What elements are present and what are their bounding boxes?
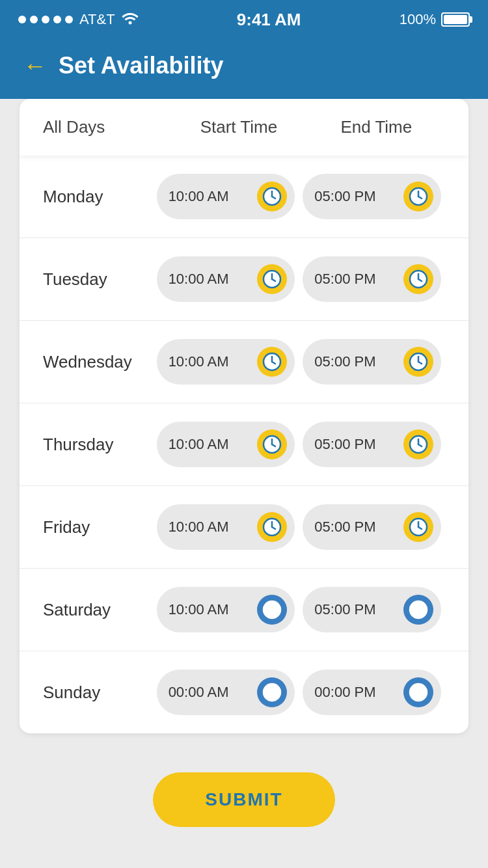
end-time-picker[interactable]: 05:00 PM bbox=[303, 174, 441, 219]
day-row: Sunday 00:00 AM 00:00 PM bbox=[20, 651, 468, 733]
end-clock-icon bbox=[403, 512, 433, 542]
end-time-value: 05:00 PM bbox=[314, 519, 397, 536]
end-time-value: 05:00 PM bbox=[314, 188, 397, 205]
day-row: Tuesday 10:00 AM 05:00 PM bbox=[20, 238, 468, 321]
carrier-label: AT&T bbox=[79, 11, 115, 28]
start-time-value: 10:00 AM bbox=[169, 353, 251, 370]
day-name: Tuesday bbox=[43, 269, 153, 290]
status-bar: AT&T 9:41 AM 100% bbox=[0, 0, 488, 39]
start-time-value: 10:00 AM bbox=[169, 519, 251, 536]
start-time-picker[interactable]: 10:00 AM bbox=[157, 422, 295, 467]
start-clock-icon bbox=[257, 182, 287, 211]
end-time-value: 05:00 PM bbox=[314, 436, 397, 453]
signal-dots bbox=[18, 16, 73, 23]
end-time-value: 00:00 PM bbox=[314, 684, 397, 701]
start-time-value: 10:00 AM bbox=[169, 436, 251, 453]
day-row: Saturday 10:00 AM 05:00 PM bbox=[20, 569, 468, 651]
col-header-start: Start Time bbox=[170, 117, 307, 137]
start-clock-icon bbox=[257, 429, 287, 459]
end-time-value: 05:00 PM bbox=[314, 353, 397, 370]
battery-fill bbox=[444, 15, 467, 24]
start-clock-icon bbox=[257, 264, 287, 294]
submit-section: SUBMIT bbox=[0, 733, 488, 853]
page-header: ← Set Availability bbox=[0, 39, 488, 99]
end-time-picker[interactable]: 05:00 PM bbox=[303, 504, 441, 550]
start-time-picker[interactable]: 10:00 AM bbox=[157, 174, 295, 219]
end-time-picker[interactable]: 05:00 PM bbox=[303, 256, 441, 302]
end-time-picker[interactable]: 05:00 PM bbox=[303, 422, 441, 467]
end-clock-icon bbox=[403, 677, 433, 707]
start-time-picker[interactable]: 10:00 AM bbox=[157, 587, 295, 632]
main-content: All Days Start Time End Time Monday 10:0… bbox=[0, 99, 488, 868]
day-row: Wednesday 10:00 AM 05:00 PM bbox=[20, 321, 468, 403]
end-time-picker[interactable]: 05:00 PM bbox=[303, 587, 441, 632]
signal-dot-4 bbox=[53, 16, 61, 23]
day-name: Wednesday bbox=[43, 352, 153, 372]
status-left: AT&T bbox=[18, 10, 139, 29]
status-time: 9:41 AM bbox=[237, 10, 301, 30]
start-clock-icon bbox=[257, 595, 287, 625]
day-row: Monday 10:00 AM 05:00 PM bbox=[20, 156, 468, 238]
end-time-value: 05:00 PM bbox=[314, 601, 397, 618]
submit-button[interactable]: SUBMIT bbox=[153, 772, 334, 827]
start-time-picker[interactable]: 10:00 AM bbox=[157, 256, 295, 302]
day-name: Saturday bbox=[43, 600, 153, 620]
end-time-value: 05:00 PM bbox=[314, 271, 397, 288]
battery-bar bbox=[441, 12, 470, 27]
start-time-value: 10:00 AM bbox=[169, 271, 251, 288]
start-clock-icon bbox=[257, 512, 287, 542]
back-button[interactable]: ← bbox=[23, 52, 47, 79]
start-time-value: 00:00 AM bbox=[169, 684, 251, 701]
wifi-icon bbox=[122, 10, 139, 29]
start-time-picker[interactable]: 10:00 AM bbox=[157, 504, 295, 550]
col-header-end: End Time bbox=[308, 117, 445, 137]
day-name: Sunday bbox=[43, 683, 153, 703]
start-clock-icon bbox=[257, 347, 287, 377]
signal-dot-1 bbox=[18, 16, 26, 23]
battery-icon bbox=[441, 12, 470, 27]
end-time-picker[interactable]: 05:00 PM bbox=[303, 339, 441, 385]
start-time-value: 10:00 AM bbox=[169, 188, 251, 205]
end-clock-icon bbox=[403, 595, 433, 625]
day-name: Thursday bbox=[43, 435, 153, 455]
start-clock-icon bbox=[257, 677, 287, 707]
signal-dot-5 bbox=[65, 16, 73, 23]
signal-dot-2 bbox=[30, 16, 38, 23]
day-name: Monday bbox=[43, 187, 153, 207]
end-clock-icon bbox=[403, 347, 433, 377]
page-title: Set Availability bbox=[59, 52, 223, 79]
end-clock-icon bbox=[403, 264, 433, 294]
status-right: 100% bbox=[400, 11, 470, 28]
col-header-day: All Days bbox=[43, 117, 170, 137]
day-name: Friday bbox=[43, 517, 153, 537]
battery-percent: 100% bbox=[400, 11, 436, 28]
day-row: Thursday 10:00 AM 05:00 PM bbox=[20, 403, 468, 486]
signal-dot-3 bbox=[42, 16, 49, 23]
start-time-picker[interactable]: 10:00 AM bbox=[157, 339, 295, 385]
table-header: All Days Start Time End Time bbox=[20, 99, 468, 156]
end-clock-icon bbox=[403, 182, 433, 211]
start-time-picker[interactable]: 00:00 AM bbox=[157, 670, 295, 715]
end-time-picker[interactable]: 00:00 PM bbox=[303, 670, 441, 715]
start-time-value: 10:00 AM bbox=[169, 601, 251, 618]
end-clock-icon bbox=[403, 429, 433, 459]
availability-table: Monday 10:00 AM 05:00 PM Tuesday 10:00 A… bbox=[20, 156, 468, 733]
day-row: Friday 10:00 AM 05:00 PM bbox=[20, 486, 468, 569]
